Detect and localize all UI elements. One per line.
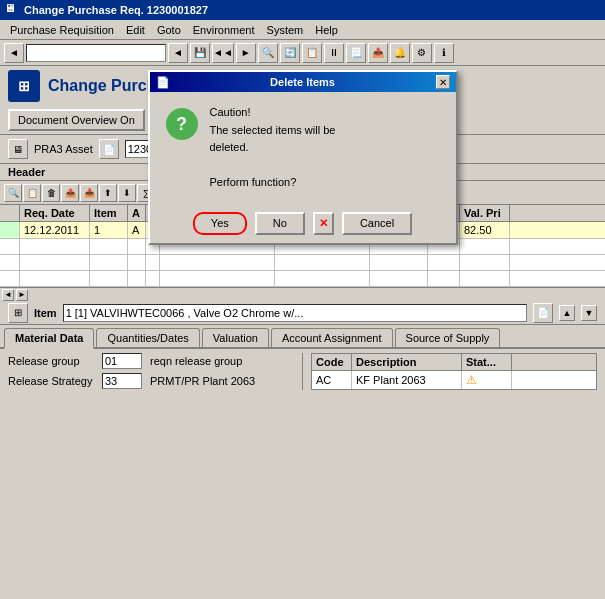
dialog-no-btn[interactable]: No <box>255 212 305 235</box>
release-strategy-desc: PRMT/PR Plant 2063 <box>150 375 255 387</box>
bottom-content: Release group 01 reqn release group Rele… <box>0 349 605 394</box>
tb2-btn-4[interactable]: 📤 <box>61 184 79 202</box>
tab-account-assignment[interactable]: Account Assignment <box>271 328 393 347</box>
row-val-price: 82.50 <box>460 222 510 238</box>
dialog-x-icon[interactable]: ✕ <box>313 212 334 235</box>
menu-bar: Purchase Requisition Edit Goto Environme… <box>0 20 605 40</box>
item-desc-text: 1 [1] VALVIHWTEC0066 , Valve O2 Chrome w… <box>66 307 304 319</box>
back-btn[interactable]: ◄ <box>4 43 24 63</box>
right-col-code: Code <box>312 354 352 370</box>
row-a: A <box>128 222 146 238</box>
toolbar-btn-9[interactable]: 📃 <box>346 43 366 63</box>
item-down-btn[interactable]: ▼ <box>581 305 597 321</box>
scroll-left-btn[interactable]: ◄ <box>2 289 14 301</box>
release-strategy-row: Release Strategy 33 PRMT/PR Plant 2063 <box>8 373 294 389</box>
dialog-line2: deleted. <box>210 139 336 157</box>
tb2-btn-7[interactable]: ⬇ <box>118 184 136 202</box>
release-group-label: Release group <box>8 355 98 367</box>
release-group-code: 01 <box>102 353 142 369</box>
scroll-right-btn[interactable]: ► <box>16 289 28 301</box>
release-group-desc: reqn release group <box>150 355 242 367</box>
tb2-btn-1[interactable]: 🔍 <box>4 184 22 202</box>
dialog-question-icon: ? <box>166 108 198 140</box>
dialog-title-icon: 📄 <box>156 76 170 89</box>
dialog-footer: Yes No ✕ Cancel <box>150 204 456 243</box>
app-icon: 🖥 <box>4 2 20 18</box>
release-group-row: Release group 01 reqn release group <box>8 353 294 369</box>
right-row-desc: KF Plant 2063 <box>352 371 462 389</box>
item-desc: 1 [1] VALVIHWTEC0066 , Valve O2 Chrome w… <box>63 304 527 322</box>
command-input[interactable] <box>26 44 166 62</box>
item-label: Item <box>34 307 57 319</box>
right-table-header: Code Description Stat... <box>311 353 597 371</box>
toolbar-btn-6[interactable]: 🔄 <box>280 43 300 63</box>
right-table-row[interactable]: AC KF Plant 2063 ⚠ <box>311 371 597 390</box>
release-strategy-code: 33 <box>102 373 142 389</box>
col-st <box>0 205 20 221</box>
toolbar-btn-13[interactable]: ℹ <box>434 43 454 63</box>
form-doc-icon[interactable]: 📄 <box>99 139 119 159</box>
tb2-btn-3[interactable]: 🗑 <box>42 184 60 202</box>
col-val-price: Val. Pri <box>460 205 510 221</box>
toolbar-btn-3[interactable]: ◄◄ <box>212 43 234 63</box>
tab-source-of-supply[interactable]: Source of Supply <box>395 328 501 347</box>
type-label: PRA3 Asset <box>34 143 93 155</box>
toolbar-btn-10[interactable]: 📤 <box>368 43 388 63</box>
item-bar-icon: ⊞ <box>8 303 28 323</box>
section-header-text: Header <box>8 166 45 178</box>
menu-help[interactable]: Help <box>309 22 344 38</box>
right-row-code: AC <box>312 371 352 389</box>
tb2-btn-5[interactable]: 📥 <box>80 184 98 202</box>
dialog-text: Caution! The selected items will be dele… <box>210 104 336 192</box>
toolbar-btn-5[interactable]: 🔍 <box>258 43 278 63</box>
empty-row-3 <box>0 271 605 287</box>
caution-text: Caution! <box>210 104 336 122</box>
item-dropdown-btn[interactable]: 📄 <box>533 303 553 323</box>
toolbar-btn-8[interactable]: ⏸ <box>324 43 344 63</box>
title-bar-text: Change Purchase Req. 1230001827 <box>24 4 208 16</box>
tb2-btn-6[interactable]: ⬆ <box>99 184 117 202</box>
dialog-close-btn[interactable]: ✕ <box>436 75 450 89</box>
left-fields: Release group 01 reqn release group Rele… <box>0 349 302 394</box>
tab-quantities-dates[interactable]: Quantities/Dates <box>96 328 199 347</box>
menu-system[interactable]: System <box>261 22 310 38</box>
right-row-stat: ⚠ <box>462 371 512 389</box>
dialog-title-text: Delete Items <box>270 76 335 88</box>
tb2-btn-2[interactable]: 📋 <box>23 184 41 202</box>
menu-purchase-requisition[interactable]: Purchase Requisition <box>4 22 120 38</box>
warning-icon: ⚠ <box>466 373 477 387</box>
sap-logo: ⊞ <box>8 70 40 102</box>
title-bar: 🖥 Change Purchase Req. 1230001827 <box>0 0 605 20</box>
toolbar-btn-2[interactable]: 💾 <box>190 43 210 63</box>
col-req-date: Req. Date <box>20 205 90 221</box>
empty-row-2 <box>0 255 605 271</box>
right-col-stat: Stat... <box>462 354 512 370</box>
menu-environment[interactable]: Environment <box>187 22 261 38</box>
right-table-area: Code Description Stat... AC KF Plant 206… <box>303 349 605 394</box>
toolbar-btn-11[interactable]: 🔔 <box>390 43 410 63</box>
delete-items-dialog: 📄 Delete Items ✕ ? Caution! The selected… <box>148 70 458 245</box>
form-icon[interactable]: 🖥 <box>8 139 28 159</box>
scrollbar-h: ◄ ► <box>0 287 605 301</box>
menu-goto[interactable]: Goto <box>151 22 187 38</box>
row-status <box>0 222 20 238</box>
dialog-question: Perform function? <box>210 174 336 192</box>
toolbar-btn-4[interactable]: ► <box>236 43 256 63</box>
menu-edit[interactable]: Edit <box>120 22 151 38</box>
row-item: 1 <box>90 222 128 238</box>
tab-valuation[interactable]: Valuation <box>202 328 269 347</box>
toolbar-btn-7[interactable]: 📋 <box>302 43 322 63</box>
tab-material-data[interactable]: Material Data <box>4 328 94 349</box>
toolbar-btn-1[interactable]: ◄ <box>168 43 188 63</box>
dialog-body: ? Caution! The selected items will be de… <box>150 92 456 204</box>
toolbar-btn-12[interactable]: ⚙ <box>412 43 432 63</box>
dialog-cancel-btn[interactable]: Cancel <box>342 212 412 235</box>
item-up-btn[interactable]: ▲ <box>559 305 575 321</box>
col-a: A <box>128 205 146 221</box>
col-item: Item <box>90 205 128 221</box>
dialog-titlebar: 📄 Delete Items ✕ <box>150 72 456 92</box>
toolbar-1: ◄ ◄ 💾 ◄◄ ► 🔍 🔄 📋 ⏸ 📃 📤 🔔 ⚙ ℹ <box>0 40 605 66</box>
row-req-date: 12.12.2011 <box>20 222 90 238</box>
dialog-yes-btn[interactable]: Yes <box>193 212 247 235</box>
document-overview-btn[interactable]: Document Overview On <box>8 109 145 131</box>
